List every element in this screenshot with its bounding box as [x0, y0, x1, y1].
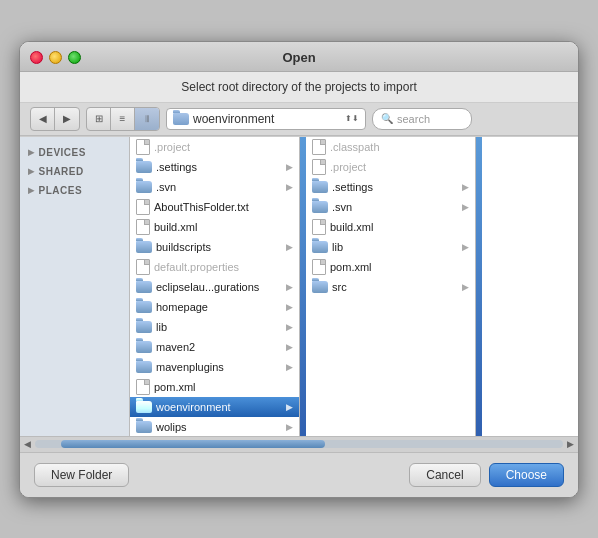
column-1: .project.settings▶.svn▶AboutThisFolder.t…: [130, 137, 300, 436]
list-item[interactable]: buildscripts▶: [130, 237, 299, 257]
column-view-button[interactable]: ⫴: [135, 108, 159, 130]
list-item[interactable]: pom.xml: [130, 377, 299, 397]
item-label: .project: [330, 161, 469, 173]
folder-icon: [312, 281, 328, 293]
file-icon: [312, 159, 326, 175]
horizontal-scrollbar: ◀ ▶: [20, 436, 578, 452]
maximize-button[interactable]: [68, 51, 81, 64]
list-item[interactable]: eclipselau...gurations▶: [130, 277, 299, 297]
search-icon: 🔍: [381, 113, 393, 124]
folder-icon: [136, 241, 152, 253]
list-item[interactable]: .classpath: [306, 137, 475, 157]
icon-view-button[interactable]: ⊞: [87, 108, 111, 130]
choose-button[interactable]: Choose: [489, 463, 564, 487]
list-item[interactable]: .settings▶: [306, 177, 475, 197]
forward-button[interactable]: ▶: [55, 108, 79, 130]
list-item[interactable]: AboutThisFolder.txt: [130, 197, 299, 217]
item-label: woenvironment: [156, 401, 282, 413]
sidebar-item-devices[interactable]: ▶ DEVICES: [20, 145, 129, 160]
list-item[interactable]: .svn▶: [130, 177, 299, 197]
list-item[interactable]: pom.xml: [306, 257, 475, 277]
list-item[interactable]: woenvironment▶: [130, 397, 299, 417]
toolbar: ◀ ▶ ⊞ ≡ ⫴ woenvironment ⬆⬇ 🔍 search: [20, 102, 578, 136]
list-item[interactable]: build.xml: [306, 217, 475, 237]
item-label: AboutThisFolder.txt: [154, 201, 293, 213]
list-view-button[interactable]: ≡: [111, 108, 135, 130]
cancel-button[interactable]: Cancel: [409, 463, 480, 487]
places-arrow-icon: ▶: [28, 186, 35, 195]
list-item[interactable]: .settings▶: [130, 157, 299, 177]
scroll-right-icon[interactable]: ▶: [567, 439, 574, 449]
item-label: src: [332, 281, 458, 293]
list-item[interactable]: .project: [130, 137, 299, 157]
path-text: woenvironment: [193, 112, 341, 126]
columns-wrapper: .project.settings▶.svn▶AboutThisFolder.t…: [130, 137, 578, 436]
sidebar-section-places: ▶ PLACES: [20, 183, 129, 198]
sidebar-item-shared[interactable]: ▶ SHARED: [20, 164, 129, 179]
folder-icon: [173, 113, 189, 125]
item-label: pom.xml: [330, 261, 469, 273]
list-item[interactable]: lib▶: [130, 317, 299, 337]
folder-icon: [136, 321, 152, 333]
list-item[interactable]: default.properties: [130, 257, 299, 277]
item-label: default.properties: [154, 261, 293, 273]
arrow-right-icon: ▶: [286, 402, 293, 412]
file-icon: [312, 139, 326, 155]
nav-buttons: ◀ ▶: [30, 107, 80, 131]
column-3: [482, 137, 578, 436]
hscroll-thumb[interactable]: [61, 440, 325, 448]
list-item[interactable]: src▶: [306, 277, 475, 297]
subtitle: Select root directory of the projects to…: [20, 72, 578, 102]
arrow-right-icon: ▶: [286, 242, 293, 252]
list-item[interactable]: lib▶: [306, 237, 475, 257]
arrow-right-icon: ▶: [462, 242, 469, 252]
folder-icon: [136, 401, 152, 413]
search-box[interactable]: 🔍 search: [372, 108, 472, 130]
item-label: buildscripts: [156, 241, 282, 253]
arrow-right-icon: ▶: [286, 362, 293, 372]
list-item[interactable]: build.xml: [130, 217, 299, 237]
window-title: Open: [282, 50, 315, 65]
new-folder-button[interactable]: New Folder: [34, 463, 129, 487]
folder-icon: [312, 241, 328, 253]
folder-icon: [136, 281, 152, 293]
scroll-left-icon[interactable]: ◀: [24, 439, 31, 449]
arrow-right-icon: ▶: [462, 202, 469, 212]
item-label: mavenplugins: [156, 361, 282, 373]
column-1-list: .project.settings▶.svn▶AboutThisFolder.t…: [130, 137, 299, 436]
folder-icon: [312, 181, 328, 193]
item-label: eclipselau...gurations: [156, 281, 282, 293]
file-icon: [136, 199, 150, 215]
item-label: homepage: [156, 301, 282, 313]
hscroll-track[interactable]: [35, 440, 563, 448]
devices-arrow-icon: ▶: [28, 148, 35, 157]
item-label: .settings: [332, 181, 458, 193]
minimize-button[interactable]: [49, 51, 62, 64]
back-button[interactable]: ◀: [31, 108, 55, 130]
list-item[interactable]: .project: [306, 157, 475, 177]
folder-icon: [136, 421, 152, 433]
sidebar-item-places[interactable]: ▶ PLACES: [20, 183, 129, 198]
item-label: build.xml: [154, 221, 293, 233]
list-item[interactable]: mavenplugins▶: [130, 357, 299, 377]
folder-icon: [136, 161, 152, 173]
folder-icon: [136, 301, 152, 313]
item-label: .settings: [156, 161, 282, 173]
list-item[interactable]: homepage▶: [130, 297, 299, 317]
column-2-list: .classpath.project.settings▶.svn▶build.x…: [306, 137, 475, 297]
item-label: .svn: [332, 201, 458, 213]
close-button[interactable]: [30, 51, 43, 64]
list-item[interactable]: maven2▶: [130, 337, 299, 357]
places-label: PLACES: [39, 185, 83, 196]
title-bar: Open: [20, 42, 578, 72]
item-label: .classpath: [330, 141, 469, 153]
shared-arrow-icon: ▶: [28, 167, 35, 176]
item-label: maven2: [156, 341, 282, 353]
item-label: .project: [154, 141, 293, 153]
search-input[interactable]: search: [397, 113, 430, 125]
list-item[interactable]: wolips▶: [130, 417, 299, 436]
arrow-right-icon: ▶: [286, 302, 293, 312]
folder-icon: [136, 181, 152, 193]
list-item[interactable]: .svn▶: [306, 197, 475, 217]
path-dropdown[interactable]: woenvironment ⬆⬇: [166, 108, 366, 130]
